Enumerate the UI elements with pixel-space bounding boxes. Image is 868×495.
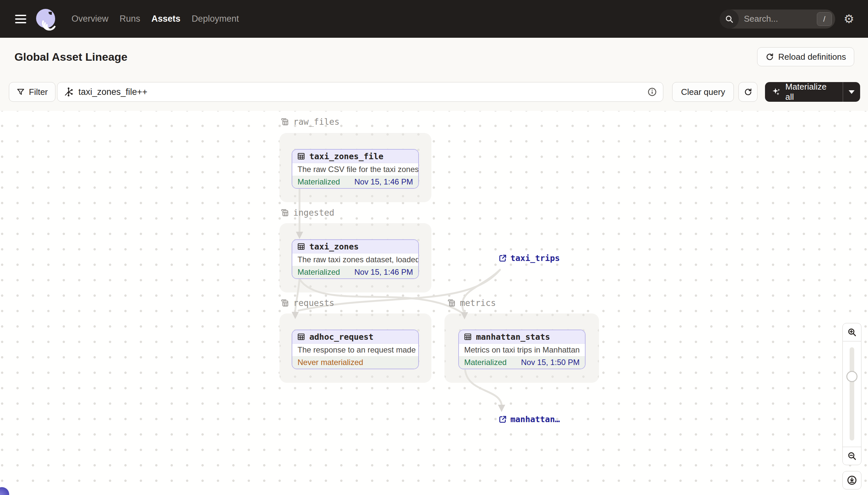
page-title: Global Asset Lineage (14, 50, 128, 63)
asset-description: Metrics on taxi trips in Manhattan (459, 344, 585, 356)
hamburger-icon[interactable] (15, 15, 26, 23)
group-name: requests (293, 298, 334, 308)
nav-item-deployment[interactable]: Deployment (191, 12, 240, 26)
search-shortcut-badge: / (817, 12, 832, 26)
refresh-button[interactable] (739, 82, 758, 102)
asset-node-adhoc-request[interactable]: adhoc_request The response to an request… (291, 329, 419, 369)
asset-node-manhattan-stats[interactable]: manhattan_stats Metrics on taxi trips in… (458, 329, 586, 369)
group-name: metrics (460, 298, 496, 308)
status-badge: Materialized (298, 268, 340, 277)
asset-query-value: taxi_zones_file++ (78, 87, 147, 97)
reload-definitions-label: Reload definitions (778, 52, 846, 62)
funnel-icon (16, 88, 25, 96)
materialization-timestamp: Nov 15, 1:50 PM (521, 358, 580, 367)
reload-icon (765, 52, 774, 62)
grouped-table-icon (280, 208, 289, 217)
asset-name: taxi_zones (309, 242, 359, 252)
table-icon (297, 332, 305, 341)
group-label-ingested[interactable]: ingested (280, 208, 334, 218)
nav-item-assets[interactable]: Assets (151, 12, 181, 26)
info-icon[interactable] (647, 87, 657, 97)
external-asset-manhattan[interactable]: manhattan… (498, 414, 560, 424)
table-icon (297, 242, 305, 251)
lineage-canvas[interactable]: raw_files ingested requests metrics taxi… (0, 111, 868, 495)
status-badge: Materialized (298, 177, 340, 186)
grouped-table-icon (447, 298, 456, 308)
external-asset-name: manhattan… (510, 414, 560, 424)
search-icon (720, 10, 739, 29)
zoom-slider[interactable] (843, 341, 862, 447)
lineage-toolbar: Filter taxi_zones_file++ Clear query (0, 75, 868, 111)
recenter-icon (847, 475, 857, 485)
asset-description: The raw CSV file for the taxi zones dat… (292, 163, 418, 176)
recenter-button[interactable] (843, 471, 862, 490)
lineage-edges (0, 111, 868, 495)
caret-down-icon (849, 90, 854, 94)
reload-definitions-button[interactable]: Reload definitions (757, 47, 854, 66)
asset-name: taxi_zones_file (309, 152, 384, 161)
asset-description: The response to an request made in th… (292, 344, 418, 356)
external-link-icon (498, 254, 507, 262)
clear-query-label: Clear query (681, 87, 725, 97)
external-link-icon (498, 415, 507, 424)
filter-label: Filter (29, 87, 48, 97)
external-asset-taxi-trips[interactable]: taxi_trips (498, 253, 560, 263)
materialize-dropdown-button[interactable] (843, 82, 860, 102)
clear-query-button[interactable]: Clear query (672, 82, 734, 102)
zoom-slider-thumb[interactable] (846, 371, 857, 382)
filter-button[interactable]: Filter (9, 82, 55, 102)
status-badge: Never materialized (298, 358, 363, 367)
zoom-out-button[interactable] (843, 447, 862, 465)
zoom-out-icon (847, 451, 857, 461)
group-name: raw_files (293, 117, 339, 127)
zoom-in-icon (847, 327, 857, 337)
gear-icon[interactable]: ⚙ (844, 13, 854, 25)
graph-query-icon (63, 87, 74, 97)
asset-node-taxi-zones-file[interactable]: taxi_zones_file The raw CSV file for the… (291, 149, 419, 189)
materialize-all-button[interactable]: Materialize all (765, 82, 860, 102)
top-nav-bar: Overview Runs Assets Deployment Search..… (0, 0, 868, 38)
asset-query-input[interactable]: taxi_zones_file++ (57, 82, 663, 102)
page-header: Global Asset Lineage Reload definitions (0, 38, 868, 75)
materialization-timestamp: Nov 15, 1:46 PM (354, 177, 413, 186)
table-icon (297, 152, 305, 160)
asset-description: The raw taxi zones dataset, loaded int… (292, 253, 418, 266)
asset-name: adhoc_request (309, 332, 374, 342)
search-placeholder: Search... (744, 14, 817, 24)
zoom-slider-track[interactable] (850, 347, 854, 441)
materialize-all-label: Materialize all (785, 82, 836, 102)
dagster-logo[interactable] (36, 9, 56, 29)
nav-links: Overview Runs Assets Deployment (71, 12, 240, 26)
refresh-icon (744, 88, 752, 97)
search-input[interactable]: Search... / (720, 10, 835, 29)
table-icon (463, 332, 472, 341)
nav-item-overview[interactable]: Overview (71, 12, 109, 26)
group-label-requests[interactable]: requests (280, 298, 334, 308)
grouped-table-icon (280, 298, 289, 308)
status-badge: Materialized (464, 358, 507, 367)
materialization-timestamp: Nov 15, 1:46 PM (354, 268, 413, 277)
grouped-table-icon (280, 117, 289, 126)
asset-node-taxi-zones[interactable]: taxi_zones The raw taxi zones dataset, l… (291, 239, 419, 279)
external-asset-name: taxi_trips (510, 253, 560, 263)
group-label-metrics[interactable]: metrics (447, 298, 496, 308)
group-name: ingested (293, 208, 334, 218)
nav-item-runs[interactable]: Runs (119, 12, 141, 26)
asset-name: manhattan_stats (476, 332, 550, 342)
zoom-controls (843, 323, 862, 490)
sparkle-icon (772, 87, 781, 97)
group-label-raw-files[interactable]: raw_files (280, 117, 339, 127)
zoom-in-button[interactable] (843, 323, 862, 341)
